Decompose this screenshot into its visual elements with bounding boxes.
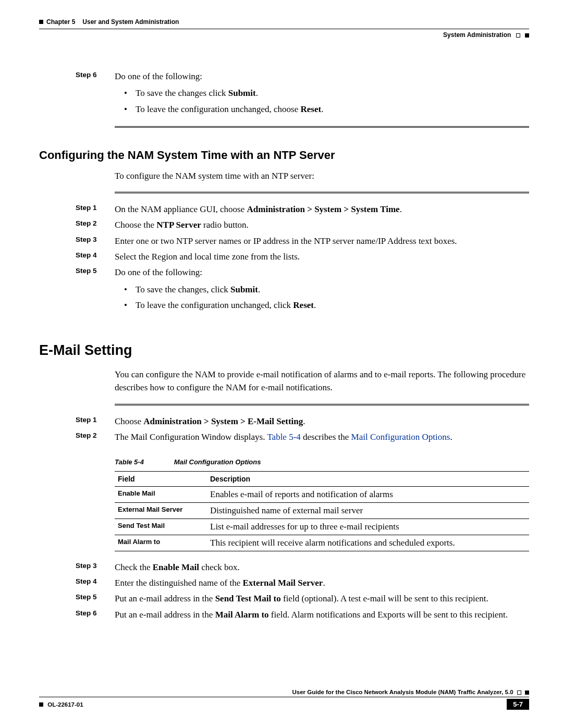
table-row: Send Test Mail List e-mail addresses for…	[115, 519, 529, 535]
intro-text: To configure the NAM system time with an…	[115, 169, 529, 183]
step-body: On the NAM appliance GUI, choose Adminis…	[115, 203, 529, 216]
cell-field: Mail Alarm to	[115, 535, 207, 551]
step-text: Put an e-mail address in the	[115, 610, 215, 620]
intro-text: You can configure the NAM to provide e-m…	[115, 368, 529, 394]
header-rule	[39, 29, 529, 29]
bullet-bold: Reset	[301, 104, 322, 114]
step-text: Choose the	[115, 220, 156, 230]
square-solid-icon	[525, 33, 529, 38]
step-body: Put an e-mail address in the Mail Alarm …	[115, 608, 529, 622]
step-body: Put an e-mail address in the Send Test M…	[115, 592, 529, 606]
step-row: Step 5 Do one of the following:	[76, 266, 529, 279]
page-footer: User Guide for the Cisco Network Analysi…	[39, 689, 529, 710]
step-label: Step 2	[76, 430, 115, 444]
footer-guide-title: User Guide for the Cisco Network Analysi…	[292, 689, 513, 695]
step-row: Step 1 On the NAM appliance GUI, choose …	[76, 203, 529, 216]
cell-desc: This recipient will receive alarm notifi…	[207, 535, 529, 551]
step-bold: External Mail Server	[243, 578, 323, 588]
step-text: The Mail Configuration Window displays.	[115, 432, 267, 442]
double-rule	[115, 192, 529, 193]
step-body: Check the Enable Mail check box.	[115, 561, 529, 574]
step-label: Step 5	[76, 592, 115, 606]
bullet-bold: Submit	[228, 88, 256, 98]
cell-desc: Enables e-mail of reports and notificati…	[207, 486, 529, 502]
bullet-item: To leave the configuration unchanged, ch…	[125, 102, 529, 118]
step-text: describes the	[301, 432, 351, 442]
step-row: Step 3 Enter one or two NTP server names…	[76, 235, 529, 248]
th-field: Field	[115, 471, 207, 486]
step-label: Step 6	[76, 608, 115, 622]
bullet-bold: Reset	[293, 300, 314, 310]
step-bold: Administration > System > E-Mail Setting	[143, 416, 303, 426]
step-body: Enter one or two NTP server names or IP …	[115, 235, 529, 248]
step-text: Check the	[115, 562, 153, 572]
heading-email: E-Mail Setting	[39, 342, 529, 359]
square-solid-icon	[39, 20, 43, 24]
step-label: Step 2	[76, 218, 115, 232]
options-ref-link[interactable]: Mail Configuration Options	[351, 432, 450, 442]
double-rule	[115, 126, 529, 128]
bullet-text: To leave the configuration unchanged, cl…	[136, 300, 293, 310]
square-solid-icon	[525, 690, 529, 695]
square-solid-icon	[39, 702, 43, 707]
step-text: check box.	[199, 562, 240, 572]
bullet-item: To save the changes click Submit.	[125, 85, 529, 102]
step-label: Step 1	[76, 415, 115, 428]
step-bold: NTP Server	[156, 220, 201, 230]
step-label: Step 1	[76, 203, 115, 216]
table-ref-link[interactable]: Table 5-4	[267, 432, 300, 442]
mail-config-table: Field Description Enable Mail Enables e-…	[115, 471, 529, 551]
cell-desc: Distinguished name of external mail serv…	[207, 502, 529, 519]
bullet-text: To save the changes, click	[136, 285, 230, 294]
step-body: Do one of the following:	[115, 70, 529, 83]
step-row: Step 4 Select the Region and local time …	[76, 250, 529, 264]
step-row: Step 2 Choose the NTP Server radio butto…	[76, 218, 529, 232]
step-label: Step 4	[76, 250, 115, 264]
step-text: Put an e-mail address in the	[115, 594, 215, 603]
step-text: .	[400, 204, 402, 214]
bullet-text: To leave the configuration unchanged, ch…	[136, 104, 301, 114]
bullet-bold: Submit	[230, 285, 258, 294]
step-text: radio button.	[201, 220, 249, 230]
table-row: Enable Mail Enables e-mail of reports an…	[115, 486, 529, 502]
table-caption-label: Table 5-4	[115, 458, 172, 466]
footer-bottom-row: OL-22617-01 5-7	[39, 699, 529, 710]
step-body: The Mail Configuration Window displays. …	[115, 430, 529, 444]
table-row: Mail Alarm to This recipient will receiv…	[115, 535, 529, 551]
step-label: Step 3	[76, 235, 115, 248]
step-body: Select the Region and local time zone fr…	[115, 250, 529, 264]
bullet-item: To leave the configuration unchanged, cl…	[125, 298, 529, 314]
step-text: On the NAM appliance GUI, choose	[115, 204, 247, 214]
step-bold: Enable Mail	[153, 562, 199, 572]
chapter-label: Chapter 5	[46, 18, 75, 26]
step-row: Step 4 Enter the distinguished name of t…	[76, 576, 529, 590]
bullet-text: .	[321, 104, 323, 114]
table-caption: Table 5-4 Mail Configuration Options	[115, 458, 529, 466]
step-label: Step 4	[76, 576, 115, 590]
step-body: Choose the NTP Server radio button.	[115, 218, 529, 232]
bullet-text: .	[256, 88, 258, 98]
step-label: Step 6	[76, 70, 115, 83]
step-body: Choose Administration > System > E-Mail …	[115, 415, 529, 428]
step-row: Step 2 The Mail Configuration Window dis…	[76, 430, 529, 444]
step-row: Step 5 Put an e-mail address in the Send…	[76, 592, 529, 606]
cell-field: Enable Mail	[115, 486, 207, 502]
chapter-title: User and System Administration	[82, 18, 179, 26]
bullet-text: .	[258, 285, 260, 294]
footer-rule	[39, 697, 529, 697]
page-number-badge: 5-7	[507, 699, 529, 710]
step-row: Step 3 Check the Enable Mail check box.	[76, 561, 529, 574]
cell-field: Send Test Mail	[115, 519, 207, 535]
step-label: Step 5	[76, 266, 115, 279]
table-row: External Mail Server Distinguished name …	[115, 502, 529, 519]
th-description: Description	[207, 471, 529, 486]
square-outline-icon	[517, 690, 521, 695]
step-body: Do one of the following:	[115, 266, 529, 279]
bullet-item: To save the changes, click Submit.	[125, 282, 529, 298]
bullet-list: To save the changes click Submit. To lea…	[125, 85, 529, 117]
step-bold: Administration > System > System Time	[247, 204, 400, 214]
bullet-list: To save the changes, click Submit. To le…	[125, 282, 529, 314]
step-text: .	[450, 432, 452, 442]
square-outline-icon	[516, 33, 520, 38]
step-bold: Send Test Mail to	[215, 594, 281, 603]
